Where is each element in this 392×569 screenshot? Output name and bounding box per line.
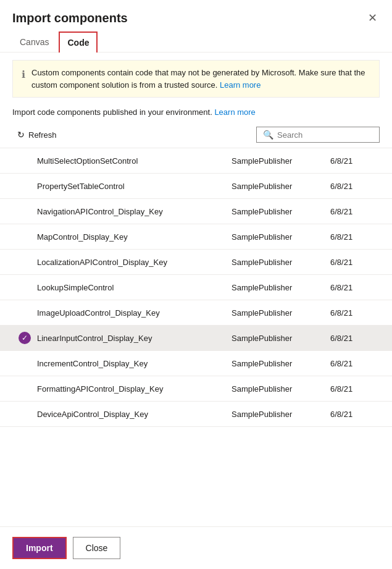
- table-row[interactable]: LookupSimpleControlSamplePublisher6/8/21: [0, 275, 392, 300]
- row-date: 6/8/21: [330, 207, 380, 216]
- table-row[interactable]: LocalizationAPIControl_Display_KeySample…: [0, 250, 392, 275]
- refresh-icon: ↻: [17, 130, 25, 140]
- row-check-cell: [12, 382, 37, 395]
- row-check-cell: [12, 256, 37, 268]
- tab-code[interactable]: Code: [59, 32, 98, 53]
- search-icon: 🔍: [263, 130, 273, 140]
- row-component-name: LinearInputControl_Display_Key: [37, 334, 231, 343]
- empty-check: [19, 357, 31, 369]
- row-component-name: MultiSelectOptionSetControl: [37, 156, 231, 166]
- row-check-cell: [12, 281, 37, 293]
- table-row[interactable]: DeviceApiControl_Display_KeySamplePublis…: [0, 402, 392, 427]
- row-date: 6/8/21: [330, 384, 380, 394]
- row-component-name: NavigationAPIControl_Display_Key: [37, 207, 231, 216]
- close-footer-button[interactable]: Close: [73, 537, 121, 559]
- row-check-cell: [12, 306, 37, 319]
- row-date: 6/8/21: [330, 258, 380, 267]
- empty-check: [19, 180, 31, 192]
- info-text: Import code components published in your…: [0, 105, 392, 122]
- table-row[interactable]: ✓LinearInputControl_Display_KeySamplePub…: [0, 326, 392, 351]
- row-publisher: SamplePublisher: [231, 334, 330, 343]
- row-check-cell: [12, 180, 37, 192]
- row-date: 6/8/21: [330, 334, 380, 343]
- refresh-label: Refresh: [28, 130, 57, 140]
- dialog-header: Import components ✕: [0, 0, 392, 31]
- empty-check: [19, 256, 31, 268]
- empty-check: [19, 230, 31, 243]
- search-box: 🔍: [256, 127, 380, 143]
- table-row[interactable]: MapControl_Display_KeySamplePublisher6/8…: [0, 224, 392, 250]
- row-publisher: SamplePublisher: [231, 156, 330, 166]
- dialog-close-button[interactable]: ✕: [365, 10, 380, 26]
- row-publisher: SamplePublisher: [231, 359, 330, 368]
- row-publisher: SamplePublisher: [231, 182, 330, 191]
- row-check-cell: [12, 357, 37, 369]
- empty-check: [19, 281, 31, 293]
- row-publisher: SamplePublisher: [231, 207, 330, 216]
- empty-check: [19, 408, 31, 420]
- components-list: MultiSelectOptionSetControlSamplePublish…: [0, 148, 392, 526]
- dialog-footer: Import Close: [0, 526, 392, 569]
- warning-text: Custom components contain code that may …: [31, 67, 370, 91]
- refresh-button[interactable]: ↻ Refresh: [12, 127, 62, 142]
- table-row[interactable]: ImageUploadControl_Display_KeySamplePubl…: [0, 300, 392, 326]
- toolbar: ↻ Refresh 🔍: [0, 122, 392, 148]
- row-component-name: LookupSimpleControl: [37, 283, 231, 292]
- row-date: 6/8/21: [330, 283, 380, 292]
- row-component-name: PropertySetTableControl: [37, 182, 231, 191]
- row-publisher: SamplePublisher: [231, 258, 330, 267]
- empty-check: [19, 154, 31, 167]
- warning-learn-more-link[interactable]: Learn more: [220, 80, 261, 90]
- row-publisher: SamplePublisher: [231, 283, 330, 292]
- row-date: 6/8/21: [330, 156, 380, 166]
- row-publisher: SamplePublisher: [231, 232, 330, 242]
- row-component-name: LocalizationAPIControl_Display_Key: [37, 258, 231, 267]
- check-icon: ✓: [19, 332, 31, 344]
- row-check-cell: [12, 154, 37, 167]
- tabs-container: Canvas Code: [0, 31, 392, 53]
- row-check-cell: [12, 205, 37, 217]
- row-publisher: SamplePublisher: [231, 384, 330, 394]
- search-input[interactable]: [277, 130, 373, 140]
- row-component-name: MapControl_Display_Key: [37, 232, 231, 242]
- info-learn-more-link[interactable]: Learn more: [214, 107, 255, 117]
- table-row[interactable]: IncrementControl_Display_KeySamplePublis…: [0, 351, 392, 376]
- row-check-cell: ✓: [12, 332, 37, 344]
- tab-canvas[interactable]: Canvas: [12, 32, 56, 53]
- empty-check: [19, 205, 31, 217]
- row-component-name: ImageUploadControl_Display_Key: [37, 308, 231, 318]
- dialog-title: Import components: [12, 11, 128, 25]
- info-icon: ℹ: [22, 67, 25, 91]
- row-date: 6/8/21: [330, 232, 380, 242]
- row-check-cell: [12, 230, 37, 243]
- row-check-cell: [12, 408, 37, 420]
- empty-check: [19, 382, 31, 395]
- row-date: 6/8/21: [330, 308, 380, 318]
- table-row[interactable]: PropertySetTableControlSamplePublisher6/…: [0, 174, 392, 199]
- table-row[interactable]: FormattingAPIControl_Display_KeySamplePu…: [0, 376, 392, 402]
- row-publisher: SamplePublisher: [231, 308, 330, 318]
- import-components-dialog: Import components ✕ Canvas Code ℹ Custom…: [0, 0, 392, 569]
- row-component-name: FormattingAPIControl_Display_Key: [37, 384, 231, 394]
- row-publisher: SamplePublisher: [231, 410, 330, 419]
- table-row[interactable]: MultiSelectOptionSetControlSamplePublish…: [0, 148, 392, 174]
- row-component-name: DeviceApiControl_Display_Key: [37, 410, 231, 419]
- table-row[interactable]: NavigationAPIControl_Display_KeySamplePu…: [0, 199, 392, 224]
- row-date: 6/8/21: [330, 182, 380, 191]
- row-date: 6/8/21: [330, 359, 380, 368]
- warning-banner: ℹ Custom components contain code that ma…: [12, 60, 380, 98]
- import-button[interactable]: Import: [12, 537, 67, 559]
- row-date: 6/8/21: [330, 410, 380, 419]
- empty-check: [19, 306, 31, 319]
- row-component-name: IncrementControl_Display_Key: [37, 359, 231, 368]
